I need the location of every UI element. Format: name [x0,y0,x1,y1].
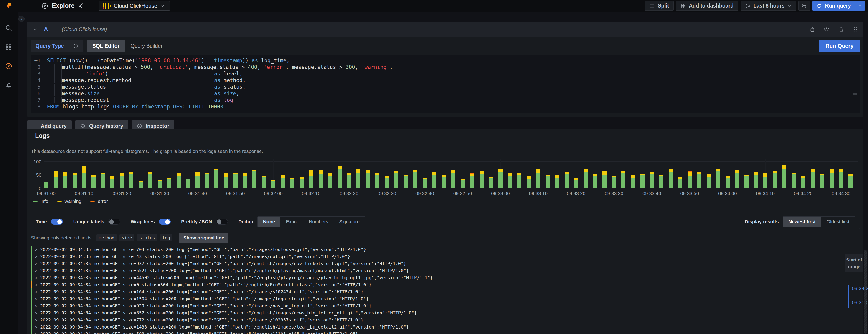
log-row[interactable]: >2022-09-02 09:34:34 method=GET size=164… [31,288,860,295]
histogram-bar[interactable] [385,176,389,188]
delete-query-trash-icon[interactable] [838,26,844,32]
histogram-bar[interactable] [262,176,266,188]
histogram-bar[interactable] [54,171,58,188]
log-row[interactable]: >2022-09-02 09:34:35 method=GET size=552… [31,267,860,274]
time-range-picker[interactable]: Last 6 hours [741,1,796,11]
histogram-bar[interactable] [271,180,275,188]
histogram-bar[interactable] [669,169,673,188]
histogram-bar[interactable] [517,173,521,188]
add-to-dashboard-button[interactable]: Add to dashboard [676,1,738,11]
histogram-bar[interactable] [101,173,105,188]
toggle-switch[interactable] [159,219,171,225]
run-query-panel-button[interactable]: Run Query [819,40,860,52]
logs-volume-chart[interactable]: 05010009:31:0009:31:1009:31:2009:31:3009… [31,159,860,197]
expand-row-chevron-icon[interactable]: > [35,332,37,334]
legend-item-error[interactable]: error [90,199,107,204]
histogram-bar[interactable] [441,175,445,188]
drag-handle-icon[interactable] [853,26,858,32]
detected-field-chip-status[interactable]: status [137,234,157,241]
toggle-visibility-eye-icon[interactable] [824,26,830,33]
histogram-bar[interactable] [338,166,342,188]
histogram-bar[interactable] [167,178,172,188]
histogram-bar[interactable] [413,170,417,188]
histogram-bar[interactable] [195,172,199,188]
histogram-bar[interactable] [139,181,143,188]
apps-grid-icon[interactable] [5,43,13,51]
histogram-bar[interactable] [252,170,256,188]
histogram-bar[interactable] [555,175,559,188]
histogram-bar[interactable] [328,173,332,188]
histogram-bar[interactable] [621,171,625,188]
histogram-bar[interactable] [839,169,843,188]
histogram-bar[interactable] [319,170,323,188]
sql-line-5[interactable]: 5message.statusas status, [31,84,860,90]
histogram-bar[interactable] [347,173,351,188]
histogram-bar[interactable] [479,171,484,188]
histogram-bar[interactable] [158,180,162,188]
expand-row-chevron-icon[interactable]: > [35,297,37,301]
histogram-bar[interactable] [498,169,502,188]
histogram-bar[interactable] [659,175,663,188]
histogram-bar[interactable] [129,172,133,188]
histogram-bar[interactable] [735,170,739,188]
expand-row-chevron-icon[interactable]: > [35,304,37,308]
histogram-bar[interactable] [773,171,777,188]
histogram-bar[interactable] [574,178,578,188]
alerting-bell-icon[interactable] [5,81,13,89]
histogram-bar[interactable] [725,176,730,188]
histogram-bar[interactable] [82,166,86,188]
histogram-bar[interactable] [300,177,304,188]
histogram-bar[interactable] [461,179,465,188]
histogram-bar[interactable] [375,173,379,188]
dedup-option-exact[interactable]: Exact [280,217,303,227]
histogram-bar[interactable] [641,174,645,188]
expand-row-chevron-icon[interactable]: > [35,325,37,329]
collapse-chevron-icon[interactable] [33,27,38,32]
histogram-bar[interactable] [290,177,294,188]
log-row[interactable]: >2022-09-02 09:34:34 method=GET size=929… [31,302,860,309]
histogram-bar[interactable] [602,171,607,188]
sql-line-3[interactable]: 3'info')as level, [31,70,860,77]
tab-sql-editor[interactable]: SQL Editor [87,40,125,52]
search-icon[interactable] [5,24,13,32]
log-row[interactable]: >2022-09-02 09:34:35 method=GET size=704… [31,246,860,253]
histogram-bar[interactable] [763,173,767,188]
log-row[interactable]: >2022-09-02 09:34:35 method=GET size=43 … [31,253,860,260]
histogram-bar[interactable] [111,176,115,188]
histogram-bar[interactable] [224,173,228,188]
run-query-options-caret[interactable] [855,1,865,11]
sql-line-1[interactable]: 1SELECT (now() - (toDateTime('1998-05-08… [31,57,860,64]
histogram-bar[interactable] [650,172,654,188]
histogram-bar[interactable] [63,172,67,188]
toggle-switch[interactable] [108,219,120,225]
share-icon[interactable] [78,3,84,9]
histogram-bar[interactable] [148,172,152,188]
sql-code-editor[interactable]: + 1SELECT (now() - (toDateTime('1998-05-… [31,55,860,113]
log-row[interactable]: >2022-09-02 09:34:34 method=GET size=852… [31,309,860,316]
grafana-logo[interactable] [0,1,18,11]
histogram-bar[interactable] [205,173,209,188]
histogram-bar[interactable] [707,174,711,188]
histogram-bar[interactable] [744,175,748,188]
show-original-line-button[interactable]: Show original line [179,233,228,243]
histogram-bar[interactable] [848,174,852,188]
histogram-bar[interactable] [716,169,720,188]
histogram-bar[interactable] [546,175,550,188]
histogram-bar[interactable] [243,173,247,188]
histogram-bar[interactable] [565,172,569,188]
histogram-bar[interactable] [423,178,427,188]
histogram-bar[interactable] [281,175,285,188]
histogram-bar[interactable] [536,169,540,188]
histogram-bar[interactable] [697,172,701,188]
editor-scrollbar[interactable] [852,93,857,95]
display-option-oldest-first[interactable]: Oldest first [821,217,855,227]
histogram-bar[interactable] [687,171,692,188]
open-pane-arrow[interactable]: › [18,16,25,22]
duplicate-query-icon[interactable] [809,26,815,32]
histogram-bar[interactable] [508,173,512,188]
detected-field-chip-size[interactable]: size [120,234,134,241]
detected-field-chip-log[interactable]: log [160,234,172,241]
histogram-bar[interactable] [309,170,313,188]
zoom-out-button[interactable] [798,1,810,11]
histogram-bar[interactable] [72,173,77,188]
